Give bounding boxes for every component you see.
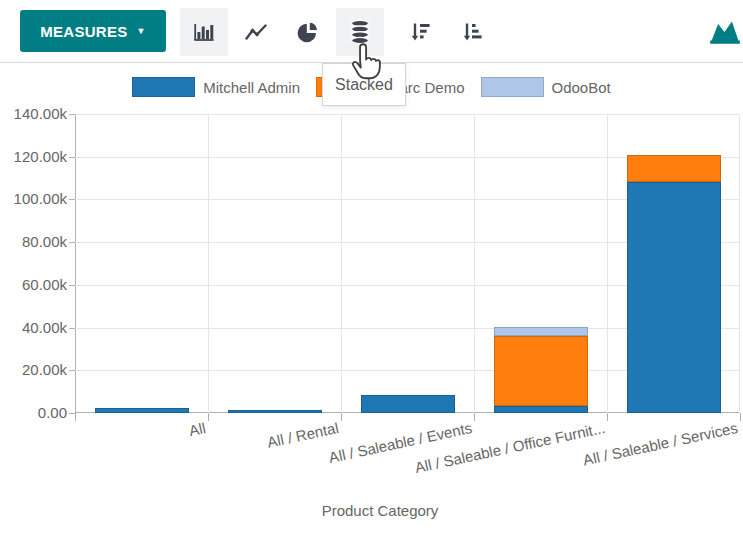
legend-item[interactable]: Mitchell Admin xyxy=(132,77,300,97)
y-axis-tick xyxy=(69,199,75,200)
bar-segment[interactable] xyxy=(627,155,721,182)
x-axis-tick xyxy=(607,413,608,421)
measures-button[interactable]: MEASURES ▼ xyxy=(20,10,166,52)
x-axis-title: Product Category xyxy=(40,502,720,519)
sort-ascending-button[interactable] xyxy=(448,8,496,56)
caret-down-icon: ▼ xyxy=(137,27,146,36)
bar-segment[interactable] xyxy=(494,336,588,407)
y-axis-tick-label: 40.00k xyxy=(0,319,67,336)
legend-swatch xyxy=(481,77,544,97)
y-axis-tick xyxy=(69,242,75,243)
y-axis-tick-label: 0.00 xyxy=(0,404,67,421)
legend-item[interactable]: OdooBot xyxy=(481,77,611,97)
bar-segment[interactable] xyxy=(494,327,588,336)
x-axis-tick xyxy=(740,413,741,421)
graph-view: MEASURES ▼ xyxy=(0,0,743,533)
y-axis-tick xyxy=(69,114,75,115)
y-axis-tick-label: 120.00k xyxy=(0,148,67,165)
stacked-mode-button[interactable] xyxy=(336,8,384,56)
x-axis-category-label: All / Rental xyxy=(266,419,340,451)
line-chart-mode-button[interactable] xyxy=(232,8,280,56)
bar-chart-icon xyxy=(192,20,216,44)
y-axis-tick xyxy=(69,285,75,286)
x-axis-tick xyxy=(208,413,209,421)
graph-toolbar: MEASURES ▼ xyxy=(0,0,743,63)
x-axis-category-label: All / Saleable / Services xyxy=(581,419,739,468)
graph-view-switcher-button[interactable] xyxy=(706,11,743,51)
stacked-tooltip: Stacked xyxy=(322,63,406,106)
sort-ascending-icon xyxy=(460,20,484,44)
y-axis-tick-label: 140.00k xyxy=(0,105,67,122)
bar-segment[interactable] xyxy=(95,408,189,413)
sort-descending-icon xyxy=(408,20,432,44)
v-gridline xyxy=(739,114,740,413)
bar-segment[interactable] xyxy=(361,395,455,413)
y-axis-tick-label: 60.00k xyxy=(0,276,67,293)
stacked-bar-chart: Product Category 0.0020.00k40.00k60.00k8… xyxy=(0,100,743,533)
h-gridline xyxy=(75,114,740,115)
y-axis-tick-label: 80.00k xyxy=(0,233,67,250)
x-axis-category-label: All xyxy=(187,419,207,439)
x-axis-tick xyxy=(341,413,342,421)
y-axis-tick-label: 20.00k xyxy=(0,361,67,378)
v-gridline xyxy=(341,114,342,413)
y-axis-tick xyxy=(69,328,75,329)
bar-segment[interactable] xyxy=(494,406,588,413)
bar-segment[interactable] xyxy=(228,410,322,413)
y-axis-tick xyxy=(69,370,75,371)
x-axis-tick xyxy=(75,413,76,421)
sort-descending-button[interactable] xyxy=(396,8,444,56)
y-axis-tick xyxy=(69,157,75,158)
v-gridline xyxy=(474,114,475,413)
legend-label: Mitchell Admin xyxy=(203,79,300,96)
stacked-tooltip-label: Stacked xyxy=(335,76,393,94)
x-axis-tick xyxy=(474,413,475,421)
measures-button-label: MEASURES xyxy=(40,23,127,40)
line-chart-icon xyxy=(244,20,268,44)
legend-label: OdooBot xyxy=(552,79,611,96)
pie-chart-mode-button[interactable] xyxy=(284,8,332,56)
area-chart-icon xyxy=(708,14,742,48)
legend-swatch xyxy=(132,77,195,97)
bar-segment[interactable] xyxy=(627,182,721,413)
y-axis-tick-label: 100.00k xyxy=(0,190,67,207)
v-gridline xyxy=(208,114,209,413)
stacked-icon xyxy=(348,19,372,45)
bar-chart-mode-button[interactable] xyxy=(180,8,228,56)
v-gridline xyxy=(607,114,608,413)
pie-chart-icon xyxy=(296,20,320,44)
